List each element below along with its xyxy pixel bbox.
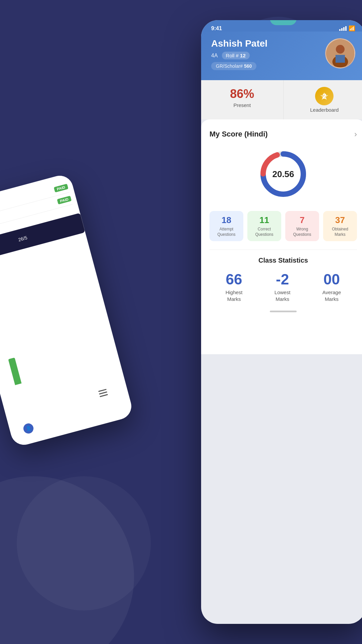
avatar	[325, 38, 355, 68]
signal-bar-4	[345, 26, 347, 31]
attempt-questions-label: AttemptQuestions	[212, 227, 241, 237]
class-stats-row: 66 HighestMarks -2 LowestMarks 00 Averag…	[209, 271, 357, 302]
highest-marks-value: 66	[226, 271, 243, 288]
average-marks-item: 00 AverageMarks	[322, 271, 341, 302]
score-card-header: My Score (Hindi) ›	[209, 129, 357, 139]
leaderboard-label: Leaderboard	[289, 107, 361, 113]
close-button[interactable]: ›	[354, 129, 357, 139]
correct-questions-label: CorrectQuestions	[250, 227, 279, 237]
bg-decoration-2	[17, 476, 151, 610]
stats-boxes: 18 AttemptQuestions 11 CorrectQuestions …	[209, 211, 357, 241]
roll-badge: Roll # 12	[222, 52, 250, 59]
svg-rect-3	[336, 55, 345, 63]
lowest-marks-value: -2	[275, 271, 291, 288]
paid-badge-2: PAID	[57, 196, 71, 204]
signal-bar-2	[341, 28, 343, 31]
chart-bar	[8, 358, 21, 385]
highest-marks-label: HighestMarks	[226, 289, 243, 302]
average-marks-value: 00	[322, 271, 341, 288]
correct-questions-box: 11 CorrectQuestions	[247, 211, 281, 241]
signal-icon	[339, 26, 347, 31]
profile-info: Ashish Patel 4A Roll # 12 GR/Scholar# 56…	[211, 38, 355, 70]
stats-row: 86% Present ★ 2 Leaderboard	[201, 80, 362, 119]
obtained-marks-box: 37 ObtainedMarks	[323, 211, 357, 241]
divider	[209, 250, 357, 250]
signal-bar-1	[339, 29, 341, 31]
obtained-marks-value: 37	[326, 215, 354, 225]
ham-line-3	[100, 394, 108, 397]
hamburger-menu[interactable]	[98, 389, 108, 397]
donut-chart-container: 20.56	[209, 147, 357, 201]
main-phone: 9:41 📶 Ashish Patel 4A Roll # 12	[201, 20, 362, 624]
profile-name: Ashish Patel	[211, 38, 267, 49]
gr-number: 560	[244, 63, 252, 69]
present-value: 86%	[206, 87, 278, 101]
status-icons: 📶	[339, 25, 355, 32]
score-card-title: My Score (Hindi)	[209, 130, 268, 139]
white-dot-decoration	[74, 342, 90, 359]
class-stats-title: Class Statistics	[209, 257, 357, 264]
class-badge: 4A	[211, 53, 218, 59]
svg-point-1	[336, 45, 345, 54]
correct-questions-value: 11	[250, 215, 279, 225]
days-ago-text: Days Ago	[16, 396, 35, 406]
profile-class-row: 4A Roll # 12	[211, 52, 267, 59]
teal-pill-decoration	[270, 20, 297, 25]
score-card: My Score (Hindi) › 20.56 18 Attem	[201, 119, 362, 354]
attempt-questions-value: 18	[212, 215, 241, 225]
profile-details: Ashish Patel 4A Roll # 12 GR/Scholar# 56…	[211, 38, 267, 70]
wrong-questions-box: 7 WrongQuestions	[285, 211, 319, 241]
roll-number: 12	[240, 53, 246, 58]
lowest-marks-item: -2 LowestMarks	[275, 271, 291, 302]
wrong-questions-label: WrongQuestions	[288, 227, 316, 237]
signal-bar-3	[343, 27, 345, 31]
avatar-image	[326, 38, 354, 68]
lowest-marks-label: LowestMarks	[275, 289, 291, 302]
donut-chart: 20.56	[256, 147, 310, 201]
gr-badge: GR/Scholar# 560	[211, 62, 256, 70]
leaderboard-stat: ★ 2 Leaderboard	[284, 80, 362, 119]
bottom-indicator	[270, 311, 297, 312]
present-stat: 86% Present	[201, 80, 284, 119]
wifi-icon: 📶	[349, 25, 355, 32]
date-text: 26/5	[18, 235, 28, 243]
leaderboard-badge: ★ 2	[315, 87, 334, 105]
status-time: 9:41	[211, 25, 222, 32]
highest-marks-item: 66 HighestMarks	[226, 271, 243, 302]
attempt-questions-box: 18 AttemptQuestions	[209, 211, 243, 241]
profile-header: Ashish Patel 4A Roll # 12 GR/Scholar# 56…	[201, 32, 362, 80]
class-statistics: Class Statistics 66 HighestMarks -2 Lowe…	[209, 257, 357, 302]
paid-badge-1: PAID	[54, 184, 68, 193]
user-icon[interactable]: 👤	[22, 422, 35, 435]
wrong-questions-value: 7	[288, 215, 316, 225]
donut-score: 20.56	[272, 169, 294, 179]
average-marks-label: AverageMarks	[322, 289, 341, 302]
background-phone: 000/- PAID 5000/- PAID 26/5 Days Ago 👤	[0, 173, 134, 448]
leaderboard-rank: 2	[322, 92, 326, 101]
present-label: Present	[206, 102, 278, 108]
obtained-marks-label: ObtainedMarks	[326, 227, 354, 237]
